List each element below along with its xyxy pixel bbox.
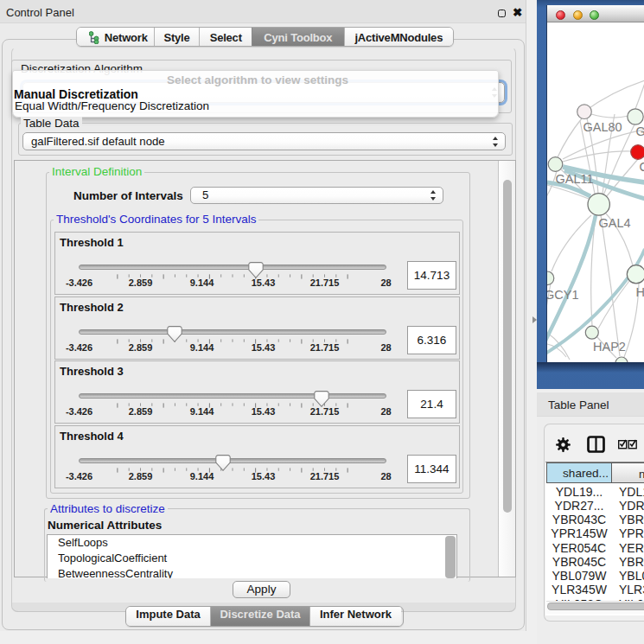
svg-text:GAL11: GAL11 <box>556 172 594 186</box>
svg-text:HAP2: HAP2 <box>593 340 626 354</box>
svg-text:GA: GA <box>636 124 644 138</box>
svg-text:GAL80: GAL80 <box>583 120 622 134</box>
svg-text:C: C <box>640 160 644 174</box>
svg-text:GAL4: GAL4 <box>599 216 631 230</box>
svg-text:H: H <box>636 285 644 299</box>
svg-text:GCY1: GCY1 <box>547 288 579 302</box>
